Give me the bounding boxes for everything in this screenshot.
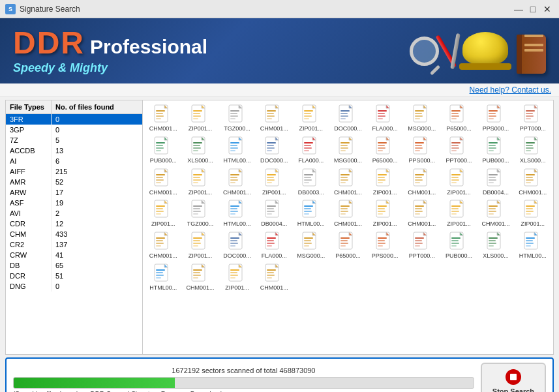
file-type-row[interactable]: ARW17	[6, 187, 142, 198]
svg-rect-28	[304, 115, 312, 117]
file-item[interactable]: TGZ000...	[219, 103, 255, 134]
file-item[interactable]: ZIP001...	[183, 230, 219, 261]
file-icon	[374, 168, 395, 189]
file-item[interactable]: CHM001...	[145, 167, 181, 198]
file-item[interactable]: MSG000...	[294, 230, 329, 261]
file-label: ZIP001...	[299, 125, 324, 132]
svg-rect-93	[304, 145, 311, 146]
file-label: DOC000...	[334, 125, 362, 132]
file-type-row[interactable]: CRW41	[6, 250, 142, 260]
file-item[interactable]: PUB000...	[441, 230, 477, 261]
file-item[interactable]: P65000...	[441, 103, 477, 134]
file-item[interactable]: PUB000...	[145, 135, 181, 166]
file-item[interactable]: ZIP001...	[515, 198, 551, 229]
file-type-row[interactable]: CHM433	[6, 229, 142, 239]
file-item[interactable]: ZIP001...	[441, 167, 477, 198]
file-type-row[interactable]: DB65	[6, 260, 142, 271]
file-item[interactable]: ZIP001...	[367, 198, 403, 229]
file-type-row[interactable]: 7Z5	[6, 135, 142, 145]
file-types-panel: File Types No. of files found 3FR03GP07Z…	[6, 100, 143, 354]
file-item[interactable]: CHM001...	[404, 167, 440, 198]
file-item[interactable]: P65000...	[330, 230, 366, 261]
header-decorations	[410, 18, 546, 83]
svg-rect-273	[193, 240, 200, 241]
file-item[interactable]: CHM001...	[478, 198, 514, 229]
file-item[interactable]: PPS000...	[404, 135, 440, 166]
file-item[interactable]: CHM001...	[256, 262, 292, 293]
file-type-row[interactable]: DNG0	[6, 281, 142, 292]
file-type-row[interactable]: ACCDB13	[6, 145, 142, 156]
file-type-row[interactable]: 3FR0	[6, 114, 142, 125]
file-item[interactable]: PPS000...	[367, 230, 403, 261]
file-item[interactable]: PPT000...	[515, 103, 551, 134]
file-item[interactable]: DOC000...	[330, 103, 366, 134]
file-item[interactable]: ZIP001...	[367, 167, 403, 198]
file-icon	[190, 104, 211, 125]
file-type-row[interactable]: ASF19	[6, 198, 142, 208]
helmet-icon	[462, 32, 511, 70]
file-item[interactable]: ZIP001...	[183, 167, 219, 198]
file-item[interactable]: ZIP001...	[219, 262, 255, 293]
file-item[interactable]: PPS000...	[478, 103, 514, 134]
file-item[interactable]: ZIP001...	[256, 167, 292, 198]
file-item[interactable]: XLS000...	[515, 135, 551, 166]
svg-rect-41	[378, 118, 383, 119]
file-type-row[interactable]: AMR52	[6, 177, 142, 187]
file-item[interactable]: ZIP001...	[294, 103, 329, 134]
file-types-list[interactable]: 3FR03GP07Z5ACCDB13AI6AIFF215AMR52ARW17AS…	[6, 114, 142, 354]
close-button[interactable]: ✕	[541, 3, 554, 16]
file-item[interactable]: FLA000...	[294, 135, 329, 166]
file-type-row[interactable]: CDR12	[6, 219, 142, 229]
file-item[interactable]: MSG000...	[404, 103, 440, 134]
file-item[interactable]: FLA000...	[256, 230, 292, 261]
file-item[interactable]: PPT000...	[404, 230, 440, 261]
svg-rect-124	[489, 147, 496, 149]
file-item[interactable]: DB0004...	[478, 167, 514, 198]
file-type-row[interactable]: AIFF215	[6, 166, 142, 177]
stop-search-button[interactable]: Stop Search	[481, 363, 546, 392]
file-item[interactable]: XLS000...	[183, 135, 219, 166]
file-item[interactable]: HTML00...	[145, 262, 181, 293]
file-type-row[interactable]: CR2137	[6, 239, 142, 250]
svg-rect-334	[156, 275, 164, 276]
help-link[interactable]: Need help? Contact us.	[470, 85, 551, 95]
file-item[interactable]: PPT000...	[441, 135, 477, 166]
file-type-row[interactable]: AI6	[6, 156, 142, 166]
file-item[interactable]: DOC000...	[219, 230, 255, 261]
file-item[interactable]: CHM001...	[183, 262, 219, 293]
file-item[interactable]: HTML00...	[294, 198, 329, 229]
file-item[interactable]: MSG000...	[330, 135, 366, 166]
file-item[interactable]: HTML00...	[219, 198, 255, 229]
file-item[interactable]: TGZ000...	[183, 198, 219, 229]
file-type-row[interactable]: DCR51	[6, 271, 142, 281]
file-item[interactable]: FLA000...	[367, 103, 403, 134]
file-item[interactable]: ZIP001...	[145, 198, 181, 229]
file-item[interactable]: CHM001...	[515, 167, 551, 198]
file-item[interactable]: CHM001...	[145, 103, 181, 134]
file-item[interactable]: CHM001...	[145, 230, 181, 261]
file-type-row[interactable]: AVI2	[6, 208, 142, 219]
file-item[interactable]: DB0003...	[294, 167, 329, 198]
file-item[interactable]: CHM001...	[219, 167, 255, 198]
maximize-button[interactable]: □	[526, 3, 539, 16]
file-item[interactable]: HTML00...	[219, 135, 255, 166]
file-item[interactable]: ZIP001...	[441, 198, 477, 229]
svg-rect-309	[415, 240, 422, 241]
file-item[interactable]: CHM001...	[330, 167, 366, 198]
file-item[interactable]: CHM001...	[256, 103, 292, 134]
file-item[interactable]: P65000...	[367, 135, 403, 166]
file-icon	[190, 136, 211, 157]
file-item[interactable]: DB0004...	[256, 198, 292, 229]
file-label: ZIP001...	[262, 189, 286, 196]
file-item[interactable]: CHM001...	[330, 198, 366, 229]
file-label: CHM001...	[519, 189, 547, 196]
minimize-button[interactable]: —	[512, 3, 525, 16]
file-item[interactable]: DOC000...	[256, 135, 292, 166]
file-item[interactable]: XLS000...	[478, 230, 514, 261]
file-type-row[interactable]: 3GP0	[6, 125, 142, 135]
file-item[interactable]: CHM001...	[404, 198, 440, 229]
file-type-name: 3FR	[6, 114, 52, 125]
file-item[interactable]: ZIP001...	[183, 103, 219, 134]
file-item[interactable]: HTML00...	[515, 230, 551, 261]
file-item[interactable]: PUB000...	[478, 135, 514, 166]
